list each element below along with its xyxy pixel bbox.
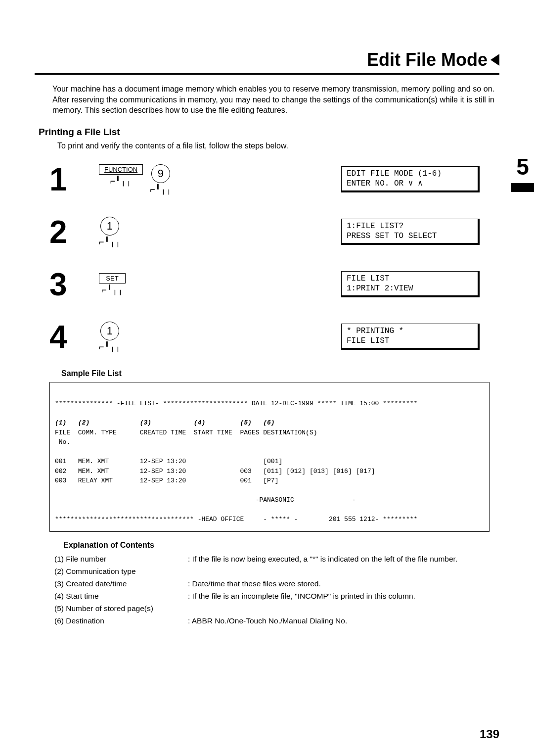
key-label: 1 bbox=[100, 217, 119, 236]
numeric-key-1: 1 ⌐╹╷╷ bbox=[99, 322, 121, 352]
tap-icon: ⌐╹╷╷ bbox=[150, 184, 172, 195]
key-label: FUNCTION bbox=[99, 164, 143, 175]
step-row: 4 1 ⌐╹╷╷ * PRINTING * FILE LIST bbox=[49, 317, 499, 357]
tap-icon: ⌐╹╷╷ bbox=[99, 176, 143, 187]
listing-top: *************** -FILE LIST- ************… bbox=[55, 400, 417, 407]
explanation-desc bbox=[188, 567, 499, 576]
explanation-table: (1) File number : If the file is now bei… bbox=[54, 555, 499, 625]
listing-footer: ************************************ -HE… bbox=[55, 516, 417, 523]
explanation-term: (2) Communication type bbox=[54, 567, 188, 576]
listing-col-nums: (1) (2) (3) (4) (5) (6) bbox=[55, 419, 275, 426]
chapter-tab: 5 bbox=[511, 153, 534, 192]
explanation-term: (4) Start time bbox=[54, 592, 188, 601]
section-heading: Printing a File List bbox=[39, 127, 499, 138]
key-label: SET bbox=[99, 273, 126, 284]
explanation-desc: : Date/time that these files were stored… bbox=[188, 579, 499, 588]
listing-row: 002 MEM. XMT 12-SEP 13:20 003 [011] [012… bbox=[55, 468, 375, 475]
step-keys: 1 ⌐╹╷╷ bbox=[99, 322, 341, 352]
explanation-desc: : ABBR No./One-Touch No./Manual Dialing … bbox=[188, 616, 499, 625]
step-number: 2 bbox=[49, 216, 99, 248]
explanation-desc bbox=[188, 604, 499, 613]
triangle-left-icon bbox=[490, 54, 499, 66]
tap-icon: ⌐╹╷╷ bbox=[99, 236, 121, 247]
steps-list: 1 FUNCTION ⌐╹╷╷ 9 ⌐╹╷╷ EDIT FILE MODE (1… bbox=[49, 159, 499, 357]
tap-icon: ⌐╹╷╷ bbox=[99, 284, 126, 295]
step-row: 3 SET ⌐╹╷╷ FILE LIST 1:PRINT 2:VIEW bbox=[49, 264, 499, 305]
key-label: 9 bbox=[151, 164, 170, 183]
numeric-key-1: 1 ⌐╹╷╷ bbox=[99, 217, 121, 247]
step-keys: FUNCTION ⌐╹╷╷ 9 ⌐╹╷╷ bbox=[99, 164, 341, 195]
explanation-row: (1) File number : If the file is now bei… bbox=[54, 555, 499, 564]
step-row: 1 FUNCTION ⌐╹╷╷ 9 ⌐╹╷╷ EDIT FILE MODE (1… bbox=[49, 159, 499, 200]
sample-heading: Sample File List bbox=[61, 369, 499, 378]
explanation-heading: Explanation of Contents bbox=[63, 541, 499, 550]
section-intro: To print and verify the contents of a fi… bbox=[57, 142, 499, 150]
page-title: Edit File Mode bbox=[35, 49, 499, 75]
step-number: 4 bbox=[49, 321, 99, 353]
explanation-term: (5) Number of stored page(s) bbox=[54, 604, 188, 613]
lcd-display: 1:FILE LIST? PRESS SET TO SELECT bbox=[341, 219, 480, 245]
explanation-term: (6) Destination bbox=[54, 616, 188, 625]
explanation-row: (3) Created date/time : Date/time that t… bbox=[54, 579, 499, 588]
explanation-row: (4) Start time : If the file is an incom… bbox=[54, 592, 499, 601]
explanation-term: (3) Created date/time bbox=[54, 579, 188, 588]
lcd-display: EDIT FILE MODE (1-6) ENTER NO. OR ∨ ∧ bbox=[341, 166, 480, 192]
lcd-display: FILE LIST 1:PRINT 2:VIEW bbox=[341, 271, 480, 297]
function-key: FUNCTION ⌐╹╷╷ bbox=[99, 164, 143, 187]
listing-col-head: FILE COMM. TYPE CREATED TIME START TIME … bbox=[55, 429, 317, 436]
listing-col-sub: No. bbox=[55, 438, 70, 446]
intro-paragraph: Your machine has a document image memory… bbox=[52, 84, 494, 116]
step-number: 3 bbox=[49, 269, 99, 300]
step-keys: 1 ⌐╹╷╷ bbox=[99, 217, 341, 247]
set-key: SET ⌐╹╷╷ bbox=[99, 273, 126, 295]
listing-row: 003 RELAY XMT 12-SEP 13:20 001 [P7] bbox=[55, 477, 278, 484]
page-title-text: Edit File Mode bbox=[367, 49, 488, 70]
explanation-term: (1) File number bbox=[54, 555, 188, 564]
chapter-tab-bar bbox=[511, 183, 534, 192]
step-keys: SET ⌐╹╷╷ bbox=[99, 273, 341, 295]
key-label: 1 bbox=[100, 322, 119, 340]
lcd-display: * PRINTING * FILE LIST bbox=[341, 324, 480, 350]
explanation-desc: : If the file is now being executed, a "… bbox=[188, 555, 499, 564]
listing-row: 001 MEM. XMT 12-SEP 13:20 [001] bbox=[55, 458, 282, 465]
explanation-desc: : If the file is an incomplete file, "IN… bbox=[188, 592, 499, 601]
page-number: 139 bbox=[480, 727, 499, 741]
tap-icon: ⌐╹╷╷ bbox=[99, 341, 121, 352]
explanation-row: (5) Number of stored page(s) bbox=[54, 604, 499, 613]
listing-footer: -PANASONIC - bbox=[55, 496, 356, 504]
step-number: 1 bbox=[49, 164, 99, 195]
explanation-row: (6) Destination : ABBR No./One-Touch No.… bbox=[54, 616, 499, 625]
file-list-printout: *************** -FILE LIST- ************… bbox=[49, 382, 490, 532]
step-row: 2 1 ⌐╹╷╷ 1:FILE LIST? PRESS SET TO SELEC… bbox=[49, 212, 499, 252]
chapter-number: 5 bbox=[511, 153, 534, 180]
numeric-key-9: 9 ⌐╹╷╷ bbox=[150, 164, 172, 195]
explanation-row: (2) Communication type bbox=[54, 567, 499, 576]
